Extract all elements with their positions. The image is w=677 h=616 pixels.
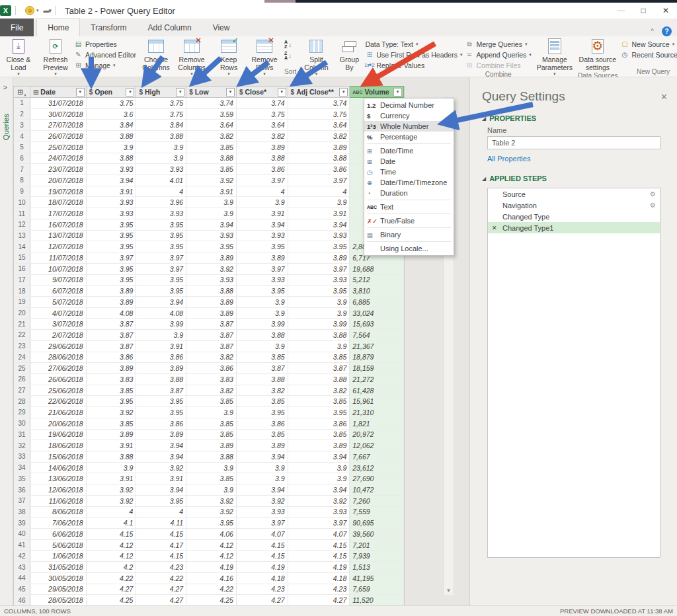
cell[interactable]: 39,560 bbox=[350, 529, 404, 539]
cell[interactable]: 3.88 bbox=[288, 153, 350, 164]
cell[interactable]: 3.83 bbox=[87, 374, 137, 385]
row-index[interactable]: 23 bbox=[14, 341, 30, 352]
cell[interactable]: 4.08 bbox=[87, 308, 137, 319]
column-header-low[interactable]: $ Low ▼ bbox=[186, 86, 237, 98]
row-index[interactable]: 2 bbox=[14, 109, 30, 120]
cell[interactable]: 3.94 bbox=[136, 451, 186, 462]
cell[interactable]: 3.95 bbox=[87, 275, 137, 286]
cell[interactable]: 3.75 bbox=[136, 109, 186, 120]
cell[interactable]: 3.92 bbox=[186, 175, 237, 186]
advanced-editor-button[interactable]: ✎ Advanced Editor bbox=[74, 50, 136, 59]
cell[interactable]: 19,688 bbox=[350, 264, 404, 274]
cell[interactable]: 19/06/2018 bbox=[30, 430, 87, 440]
combine-files-button[interactable]: ⊞ Combine Files bbox=[465, 60, 531, 70]
cell[interactable]: 3.87 bbox=[87, 319, 137, 329]
cell[interactable]: 3.91 bbox=[288, 208, 350, 219]
cell[interactable]: 3.85 bbox=[288, 396, 350, 406]
cell[interactable]: 4.19 bbox=[288, 562, 350, 572]
cell[interactable]: 3.97 bbox=[87, 252, 137, 263]
cell[interactable]: 28/05/2018 bbox=[30, 595, 87, 605]
cell[interactable]: 21,272 bbox=[350, 374, 404, 385]
tab-transform[interactable]: Transform bbox=[80, 19, 137, 36]
row-index[interactable]: 15 bbox=[14, 252, 30, 263]
cell[interactable]: 3.9 bbox=[186, 484, 237, 495]
cell[interactable]: 18,159 bbox=[350, 363, 404, 373]
menu-item-duration[interactable]: ◔Duration bbox=[364, 188, 454, 198]
menu-item-date[interactable]: ⊞Date bbox=[364, 156, 454, 167]
cell[interactable]: 3.95 bbox=[136, 286, 186, 296]
cell[interactable]: 7,939 bbox=[350, 551, 404, 561]
cell[interactable]: 4.25 bbox=[186, 595, 237, 605]
cell[interactable]: 4.2 bbox=[87, 562, 137, 572]
cell[interactable]: 4.22 bbox=[136, 573, 186, 584]
cell[interactable]: 3.95 bbox=[136, 275, 186, 286]
cell[interactable]: 1/06/2018 bbox=[30, 551, 87, 561]
cell[interactable]: 3.82 bbox=[237, 385, 288, 396]
cell[interactable]: 21,367 bbox=[350, 341, 404, 352]
row-index[interactable]: 29 bbox=[14, 407, 30, 418]
cell[interactable]: 7/06/2018 bbox=[30, 518, 87, 528]
cell[interactable]: 3.86 bbox=[237, 164, 288, 174]
applied-step-changed-type1[interactable]: ✕Changed Type1 bbox=[488, 222, 660, 233]
cell[interactable]: 3.9 bbox=[186, 197, 237, 208]
cell[interactable]: 25/07/2018 bbox=[30, 142, 87, 153]
row-index[interactable]: 32 bbox=[14, 440, 30, 451]
cell[interactable]: 3.99 bbox=[136, 319, 186, 329]
cell[interactable]: 3.9 bbox=[186, 407, 237, 418]
cell[interactable]: 30/07/2018 bbox=[30, 109, 87, 120]
query-name-input[interactable]: Table 2 bbox=[487, 136, 660, 149]
row-index[interactable]: 14 bbox=[14, 241, 30, 252]
scroll-down-icon[interactable]: ▼ bbox=[444, 585, 454, 596]
smiley-qat-icon[interactable]: ☺ bbox=[25, 6, 34, 15]
cell[interactable]: 3.93 bbox=[87, 197, 137, 208]
cell[interactable]: 3.89 bbox=[87, 297, 137, 307]
row-index[interactable]: 19 bbox=[14, 297, 30, 307]
cell[interactable]: 3.88 bbox=[136, 374, 186, 385]
cell[interactable]: 4.19 bbox=[237, 562, 288, 572]
cell[interactable]: 4.23 bbox=[237, 584, 288, 595]
applied-steps-section-header[interactable]: ◢ APPLIED STEPS bbox=[470, 164, 677, 185]
replace-values-button[interactable]: 1⇄2 Replace Values bbox=[365, 60, 462, 70]
cell[interactable]: 4.22 bbox=[87, 573, 137, 584]
cell[interactable]: 4.27 bbox=[136, 595, 186, 605]
cell[interactable]: 6/06/2018 bbox=[30, 529, 87, 539]
cell[interactable]: 3.89 bbox=[186, 440, 237, 451]
cell[interactable]: 3.87 bbox=[87, 341, 137, 352]
cell[interactable]: 4.11 bbox=[136, 518, 186, 528]
row-index[interactable]: 28 bbox=[14, 396, 30, 406]
cell[interactable]: 3.92 bbox=[186, 264, 237, 274]
cell[interactable]: 3.9 bbox=[288, 308, 350, 319]
menu-item-whole-number[interactable]: 1²3Whole Number bbox=[364, 121, 454, 132]
help-icon[interactable]: ? bbox=[662, 26, 672, 36]
row-index[interactable]: 13 bbox=[14, 231, 30, 241]
cell[interactable]: 4.16 bbox=[186, 573, 237, 584]
cell[interactable]: 3.95 bbox=[87, 396, 137, 406]
queries-sidebar-collapsed[interactable]: > Queries bbox=[0, 77, 13, 605]
menu-item-date-time[interactable]: ⊞Date/Time bbox=[364, 145, 454, 156]
cell[interactable]: 3.85 bbox=[237, 430, 288, 440]
cell[interactable]: 3.94 bbox=[237, 451, 288, 462]
group-by-button[interactable]: Group By bbox=[335, 38, 364, 71]
cell[interactable]: 1,821 bbox=[350, 418, 404, 429]
cell[interactable]: 3.95 bbox=[87, 264, 137, 274]
cell[interactable]: 5,212 bbox=[350, 275, 404, 286]
cell[interactable]: 4.07 bbox=[288, 529, 350, 539]
row-index[interactable]: 10 bbox=[14, 197, 30, 208]
cell[interactable]: 3.88 bbox=[237, 153, 288, 164]
row-index[interactable]: 9 bbox=[14, 186, 30, 197]
cell[interactable]: 4.17 bbox=[136, 540, 186, 551]
cell[interactable]: 3.99 bbox=[288, 319, 350, 329]
cell[interactable]: 3.91 bbox=[136, 341, 186, 352]
cell[interactable]: 3.94 bbox=[186, 219, 237, 230]
cell[interactable]: 31/05/2018 bbox=[30, 562, 87, 572]
cell[interactable]: 3.75 bbox=[136, 98, 186, 108]
cell[interactable]: 4.27 bbox=[237, 595, 288, 605]
row-index[interactable]: 26 bbox=[14, 374, 30, 385]
filter-dropdown-icon[interactable]: ▼ bbox=[393, 88, 402, 96]
cell[interactable]: 3.9 bbox=[237, 473, 288, 484]
cell[interactable]: 3.87 bbox=[87, 330, 137, 340]
cell[interactable]: 33,024 bbox=[350, 308, 404, 319]
cell[interactable]: 3.87 bbox=[186, 319, 237, 329]
cell[interactable]: 3.96 bbox=[136, 197, 186, 208]
cell[interactable]: 3.95 bbox=[237, 241, 288, 252]
